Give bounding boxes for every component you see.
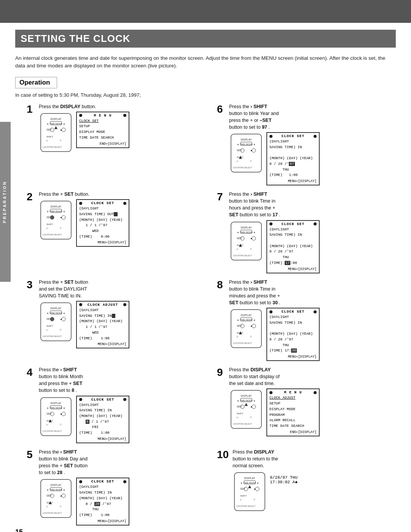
step-6: 6 Press the › SHIFTbutton to blink Year … — [217, 103, 396, 186]
svg-text:▽: ▽ — [250, 160, 252, 162]
svg-text:▲ TIME MODE ▲: ▲ TIME MODE ▲ — [46, 210, 65, 212]
svg-text:▷: ▷ — [237, 335, 239, 338]
svg-text:▽: ▽ — [60, 505, 62, 508]
step-7-content: Press the › SHIFTbutton to blink Time in… — [229, 191, 396, 273]
svg-text:▽: ▽ — [250, 416, 252, 419]
step-1-number: 1 — [27, 104, 35, 115]
svg-text:DISPLAY: DISPLAY — [241, 395, 252, 397]
svg-text:▲ TIME MODE ▲: ▲ TIME MODE ▲ — [237, 231, 255, 233]
remote-4: DISPLAY ▲ TIME MODE ▲ SET ▲ SHIFT ▷ ▽ LO… — [39, 396, 73, 438]
svg-marker-11 — [54, 126, 57, 129]
step-2: 2 Press the + SET button. DISPLAY ▲ TIME… — [27, 191, 206, 273]
step-9-number: 9 — [217, 367, 225, 378]
step-7-text: Press the › SHIFTbutton to blink Time in… — [229, 191, 396, 219]
step-10-content: Press the DISPLAYbutton to return to the… — [233, 449, 396, 513]
remote-7: DISPLAY ▲ TIME MODE ▲ SET ▲ SHIFT ▷ ▽ LO… — [229, 220, 263, 262]
steps-grid: 1 Press the DISPLAY button. DISPLAY ▲ TI… — [27, 103, 396, 528]
page-number: 15 — [15, 528, 23, 532]
svg-text:DISPLAY: DISPLAY — [241, 226, 252, 229]
screen-1: M E N U CLOCK SET SETUP DISPLAY MODE TIM… — [76, 112, 129, 148]
preparation-label: PREPARATION — [0, 122, 11, 282]
step-4-content: Press the › SHIFTbutton to blink Monthan… — [39, 366, 206, 443]
svg-text:▲ TIME MODE ▲: ▲ TIME MODE ▲ — [237, 143, 255, 145]
remote-5: DISPLAY ▲ TIME MODE ▲ SET ▲ SHIFT ▷ ▽ LO… — [39, 478, 73, 519]
svg-text:▷: ▷ — [237, 160, 239, 162]
svg-text:▷: ▷ — [237, 416, 239, 419]
bottom-right-display: 8/28/97 THU17:30:02 A♠ — [270, 475, 301, 484]
svg-text:SHIFT: SHIFT — [240, 495, 247, 497]
operation-label: Operation — [19, 79, 50, 86]
svg-text:SHIFT: SHIFT — [46, 136, 53, 138]
svg-text:DISPLAY: DISPLAY — [241, 314, 252, 316]
svg-text:DISPLAY: DISPLAY — [50, 118, 61, 120]
svg-text:LOCATION SELECT: LOCATION SELECT — [233, 166, 252, 169]
svg-text:LOCATION SELECT: LOCATION SELECT — [43, 512, 62, 514]
remote-2: DISPLAY ▲ TIME MODE ▲ SET ▲ SHIFT ▷ ▽ LO… — [39, 199, 73, 241]
svg-text:LOCATION SELECT: LOCATION SELECT — [233, 423, 252, 425]
screen-4: CLOCK SET (DAYLIGHT SAVING TIME) IN (MON… — [76, 396, 129, 443]
step-2-text: Press the + SET button. — [39, 191, 206, 198]
svg-text:LOCATION SELECT: LOCATION SELECT — [43, 146, 62, 148]
remote-10: DISPLAY ▲ TIME MODE ▲ SET ▲ SHIFT ▷ ▽ LO… — [233, 471, 267, 513]
step-3-number: 3 — [27, 280, 35, 290]
svg-text:▷: ▷ — [237, 248, 239, 250]
svg-text:▽: ▽ — [60, 329, 62, 331]
svg-text:SET: SET — [237, 149, 242, 152]
remote-9: DISPLAY ▲ TIME MODE ▲ SET ▲ SHIFT ▷ ▽ LO… — [229, 388, 263, 430]
step-6-number: 6 — [217, 104, 225, 115]
remote-6: DISPLAY ▲ TIME MODE ▲ SET ▲ SHIFT ▷ ▽ LO… — [229, 132, 263, 174]
step-8-text: Press the › SHIFTbutton to blink Time in… — [229, 279, 396, 307]
svg-text:DISPLAY: DISPLAY — [244, 477, 255, 479]
step-1: 1 Press the DISPLAY button. DISPLAY ▲ TI… — [27, 103, 206, 186]
svg-text:▷: ▷ — [46, 329, 48, 331]
svg-text:SET: SET — [237, 237, 242, 240]
svg-text:DISPLAY: DISPLAY — [50, 307, 61, 310]
svg-text:SET: SET — [237, 405, 242, 408]
svg-text:▷: ▷ — [46, 139, 48, 142]
step-7-number: 7 — [217, 192, 225, 202]
top-banner — [0, 0, 411, 23]
operation-box: Operation — [15, 77, 57, 88]
step-4-number: 4 — [27, 367, 35, 378]
svg-text:SHIFT: SHIFT — [237, 412, 244, 415]
step-1-visuals: DISPLAY ▲ TIME MODE ▲ SET ▲ SHIFT ▷ ▽ LO… — [39, 112, 206, 153]
step-3-visuals: DISPLAY ▲ TIME MODE ▲ SET ▲ SHIFT ▷ ▽ LO… — [39, 301, 206, 348]
svg-text:SET: SET — [237, 324, 242, 327]
screen-6: CLOCK SET (DAYLIGHT SAVING TIME) IN (MON… — [266, 132, 320, 185]
step-2-number: 2 — [27, 192, 35, 202]
step-4-visuals: DISPLAY ▲ TIME MODE ▲ SET ▲ SHIFT ▷ ▽ LO… — [39, 396, 206, 443]
svg-text:▲ TIME MODE ▲: ▲ TIME MODE ▲ — [241, 482, 259, 484]
step-7-visuals: DISPLAY ▲ TIME MODE ▲ SET ▲ SHIFT ▷ ▽ LO… — [229, 220, 396, 273]
remote-1: DISPLAY ▲ TIME MODE ▲ SET ▲ SHIFT ▷ ▽ LO… — [39, 112, 73, 153]
step-1-content: Press the DISPLAY button. DISPLAY ▲ TIME… — [39, 103, 206, 153]
svg-text:DISPLAY: DISPLAY — [241, 138, 252, 141]
section-title-bar: SETTING THE CLOCK — [15, 30, 396, 48]
screen-9: M E N U CLOCK ADJUST SETUP DISPLAY MODE … — [266, 388, 320, 436]
svg-text:SHIFT: SHIFT — [46, 223, 53, 225]
step-3-content: Press the + SET buttonand set the DAYLIG… — [39, 279, 206, 349]
svg-text:SET: SET — [46, 494, 52, 497]
svg-text:DISPLAY: DISPLAY — [50, 205, 61, 208]
svg-marker-126 — [248, 485, 251, 488]
svg-text:▲ TIME MODE ▲: ▲ TIME MODE ▲ — [46, 407, 65, 409]
section-title: SETTING THE CLOCK — [21, 33, 390, 45]
step-6-text: Press the › SHIFTbutton to blink Year an… — [229, 103, 396, 131]
step-5: 5 Press the › SHIFTbutton to blink Day a… — [27, 449, 206, 526]
svg-text:LOCATION SELECT: LOCATION SELECT — [43, 233, 62, 236]
screen-5: CLOCK SET (DAYLIGHT SAVING TIME) IN (MON… — [76, 478, 129, 525]
intro-text: An internal clock generates time and dat… — [15, 54, 396, 70]
svg-text:SHIFT: SHIFT — [46, 325, 53, 327]
step-5-content: Press the › SHIFTbutton to blink Day and… — [39, 449, 206, 526]
svg-text:▽: ▽ — [60, 423, 62, 426]
step-6-visuals: DISPLAY ▲ TIME MODE ▲ SET ▲ SHIFT ▷ ▽ LO… — [229, 132, 396, 185]
step-4: 4 Press the › SHIFTbutton to blink Month… — [27, 366, 206, 443]
step-7: 7 Press the › SHIFTbutton to blink Time … — [217, 191, 396, 273]
step-9-content: Press the DISPLAYbutton to start display… — [229, 366, 396, 436]
svg-text:▷: ▷ — [46, 423, 48, 426]
case-text: In case of setting to 5:30 PM, Thursday,… — [15, 92, 396, 98]
step-8-visuals: DISPLAY ▲ TIME MODE ▲ SET ▲ SHIFT ▷ ▽ LO… — [229, 308, 396, 361]
step-8: 8 Press the › SHIFTbutton to blink Time … — [217, 279, 396, 361]
svg-text:▲ TIME MODE ▲: ▲ TIME MODE ▲ — [46, 312, 65, 314]
svg-text:▽: ▽ — [250, 248, 252, 250]
svg-text:▽: ▽ — [60, 139, 62, 142]
